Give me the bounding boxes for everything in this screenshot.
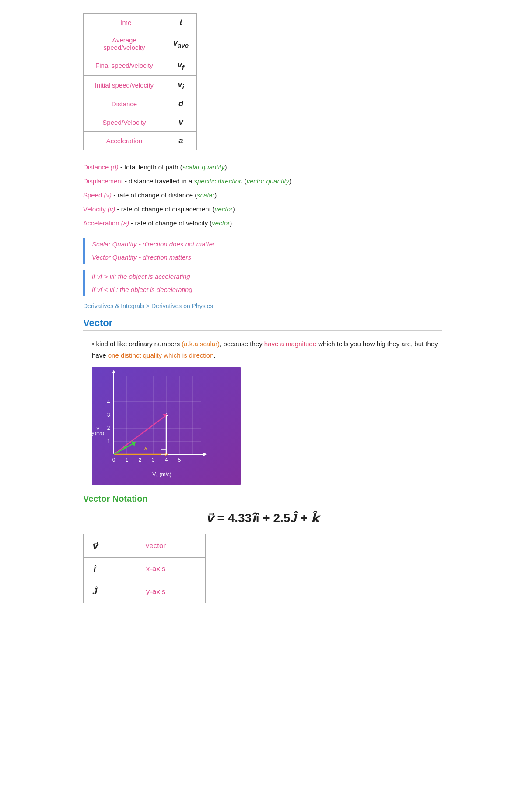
var-label-speed: Speed/Velocity (84, 113, 165, 132)
var-symbol-speed: v (165, 113, 196, 132)
var-label-initial-velocity: Initial speed/velocity (84, 75, 165, 95)
svg-text:3: 3 (152, 457, 155, 463)
quote-line-decel: if vf < vi : the object is decelerating (92, 283, 442, 296)
vector-section-heading: Vector (83, 317, 442, 331)
def-distance: Distance (d) - total length of path (sca… (83, 161, 442, 174)
notation-table: v⃗ vector î x-axis Ĵ y-axis (83, 534, 206, 603)
svg-text:1: 1 (126, 457, 129, 463)
svg-text:4: 4 (107, 399, 110, 405)
notation-row-vector: v⃗ vector (84, 534, 206, 558)
quote-line-vector: Vector Quantity - direction matters (92, 251, 442, 264)
formula-text: v⃗ = 4.33ï̂î + 2.5Ĵ + k̂ (206, 511, 319, 525)
notation-symbol-y: Ĵ (84, 580, 106, 603)
notation-label-x: x-axis (106, 558, 206, 580)
var-symbol-avg-velocity: vave (165, 32, 196, 56)
var-label-distance: Distance (84, 95, 165, 113)
svg-text:a: a (144, 445, 147, 451)
svg-text:2: 2 (139, 457, 142, 463)
vector-bullet-item: • kind of like ordinary numbers (a.k.a s… (92, 338, 442, 361)
table-row: Speed/Velocity v (84, 113, 197, 132)
table-row: Initial speed/velocity vi (84, 75, 197, 95)
svg-text:2: 2 (107, 425, 110, 431)
derivatives-link[interactable]: Derivatives & Integrals > Derivatives on… (83, 302, 442, 309)
vector-notation-heading: Vector Notation (83, 494, 442, 504)
svg-text:4: 4 (165, 457, 168, 463)
var-symbol-time: t (165, 14, 196, 32)
notation-symbol-vector: v⃗ (84, 534, 106, 558)
table-row: Time t (84, 14, 197, 32)
notation-label-vector: vector (106, 534, 206, 558)
var-label-final-velocity: Final speed/velocity (84, 56, 165, 76)
svg-text:Vₓ (m/s): Vₓ (m/s) (152, 471, 172, 478)
quote-line-accel: if vf > vi: the object is accelerating (92, 270, 442, 283)
def-acceleration: Acceleration (a) - rate of change of vel… (83, 217, 442, 230)
svg-text:y (m/s): y (m/s) (92, 431, 104, 436)
svg-text:1: 1 (107, 438, 110, 444)
vector-formula: v⃗ = 4.33ï̂î + 2.5Ĵ + k̂ (83, 511, 442, 525)
notation-symbol-x: î (84, 558, 106, 580)
def-velocity: Velocity (v) - rate of change of displac… (83, 203, 442, 216)
var-symbol-acceleration: a (165, 132, 196, 150)
graph-svg: 0 1 2 3 4 5 1 2 3 4 V y (m/s) Vₓ (m/s) (92, 367, 241, 485)
table-row: Acceleration a (84, 132, 197, 150)
notation-label-y: y-axis (106, 580, 206, 603)
quote-line-scalar: Scalar Quantity - direction does not mat… (92, 238, 442, 251)
var-label-acceleration: Acceleration (84, 132, 165, 150)
table-row: Distance d (84, 95, 197, 113)
notation-row-x: î x-axis (84, 558, 206, 580)
table-row: Final speed/velocity vf (84, 56, 197, 76)
quote-block-accel-decel: if vf > vi: the object is accelerating i… (83, 270, 442, 296)
svg-text:0: 0 (112, 457, 116, 463)
definitions-section: Distance (d) - total length of path (sca… (83, 161, 442, 230)
var-label-avg-velocity: Average speed/velocity (84, 32, 165, 56)
quote-block-scalar-vector: Scalar Quantity - direction does not mat… (83, 238, 442, 264)
vector-section: Vector • kind of like ordinary numbers (… (83, 317, 442, 485)
var-symbol-initial-velocity: vi (165, 75, 196, 95)
def-speed: Speed (v) - rate of change of distance (… (83, 189, 442, 202)
variables-table: Time t Average speed/velocity vave Final… (83, 13, 197, 150)
notation-row-y: Ĵ y-axis (84, 580, 206, 603)
vector-graph: 0 1 2 3 4 5 1 2 3 4 V y (m/s) Vₓ (m/s) (92, 367, 241, 485)
var-symbol-final-velocity: vf (165, 56, 196, 76)
svg-text:3: 3 (107, 412, 110, 418)
var-label-time: Time (84, 14, 165, 32)
table-row: Average speed/velocity vave (84, 32, 197, 56)
svg-text:V: V (96, 426, 100, 431)
def-displacement: Displacement - distance travelled in a s… (83, 175, 442, 188)
var-symbol-distance: d (165, 95, 196, 113)
svg-text:5: 5 (178, 457, 181, 463)
vector-notation-section: Vector Notation v⃗ = 4.33ï̂î + 2.5Ĵ + k̂… (83, 494, 442, 603)
